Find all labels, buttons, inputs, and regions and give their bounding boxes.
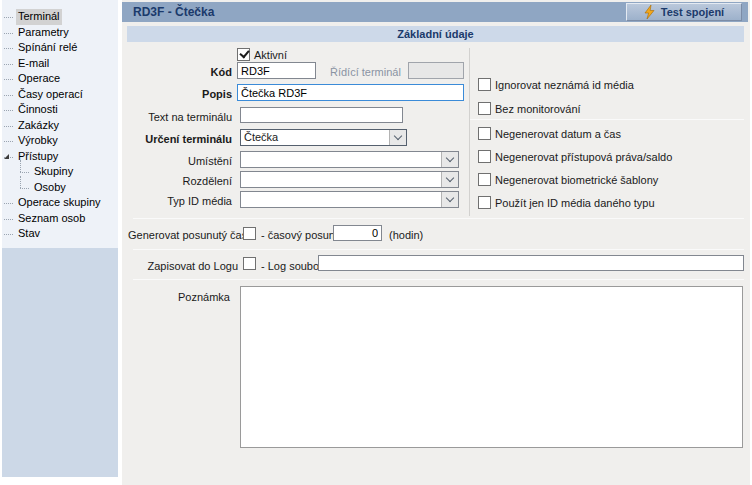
log-soubor-input[interactable] bbox=[318, 255, 744, 271]
urceni-terminalu-select[interactable]: Čtečka bbox=[240, 129, 407, 146]
sidebar-item-label: Osoby bbox=[32, 180, 68, 196]
pouzit-jen-id-label: Použít jen ID média daného typu bbox=[495, 196, 655, 210]
test-connection-button[interactable]: Test spojení bbox=[626, 3, 742, 21]
sidebar-item-parametry[interactable]: Parametry bbox=[2, 25, 118, 41]
rozdeleni-select[interactable] bbox=[240, 171, 459, 188]
sidebar-item-zakazky[interactable]: Zakázky bbox=[2, 118, 118, 134]
poznamka-textarea[interactable] bbox=[240, 286, 743, 448]
ridici-terminal-input[interactable] bbox=[408, 62, 464, 79]
navigation-tree: Terminál Parametry Spínání relé E-mail O… bbox=[2, 0, 118, 248]
chevron-down-icon bbox=[394, 132, 402, 140]
sidebar-item-label: Operace skupiny bbox=[16, 195, 103, 211]
aktivni-checkbox[interactable] bbox=[237, 48, 250, 61]
section-divider bbox=[133, 279, 744, 280]
main-panel: RD3F - Čtečka Test spojení Základní údaj… bbox=[122, 0, 750, 485]
lightning-icon bbox=[644, 5, 655, 19]
sidebar-item-casy-operaci[interactable]: Časy operací bbox=[2, 87, 118, 103]
kod-label: Kód bbox=[142, 65, 232, 79]
header-bar: RD3F - Čtečka Test spojení bbox=[122, 2, 748, 22]
negenerovat-prava-checkbox[interactable] bbox=[478, 150, 491, 163]
negenerovat-sablony-label: Negenerovat biometrické šablony bbox=[495, 173, 658, 187]
sidebar-item-email[interactable]: E-mail bbox=[2, 56, 118, 72]
combo-dropdown-button[interactable] bbox=[441, 192, 458, 207]
sidebar-item-vyrobky[interactable]: Výrobky bbox=[2, 133, 118, 149]
sidebar-item-label: Operace bbox=[16, 71, 62, 87]
section-divider bbox=[133, 249, 744, 250]
casovy-posun-input[interactable] bbox=[333, 225, 382, 241]
application-window: Terminál Parametry Spínání relé E-mail O… bbox=[0, 0, 752, 485]
sidebar-item-label: Výrobky bbox=[16, 133, 60, 149]
section-header: Základní údaje bbox=[127, 26, 744, 42]
rozdeleni-label: Rozdělení bbox=[142, 174, 232, 188]
sidebar-item-stav[interactable]: Stav bbox=[2, 226, 118, 242]
sidebar-item-label: E-mail bbox=[16, 56, 51, 72]
sidebar-item-cinnosti[interactable]: Činnosti bbox=[2, 102, 118, 118]
sidebar-item-label: Parametry bbox=[16, 25, 71, 41]
hodin-unit-label: (hodin) bbox=[389, 228, 423, 242]
sidebar-panel: Terminál Parametry Spínání relé E-mail O… bbox=[2, 0, 118, 477]
log-soubor-label: - Log soubor bbox=[261, 259, 323, 273]
ignorovat-neznama-checkbox[interactable] bbox=[478, 78, 491, 91]
sidebar-item-label: Skupiny bbox=[32, 164, 75, 180]
zapisovat-do-logu-checkbox[interactable] bbox=[243, 257, 256, 270]
sidebar-item-seznam-osob[interactable]: Seznam osob bbox=[2, 211, 118, 227]
popis-input[interactable] bbox=[237, 84, 464, 101]
text-na-terminalu-label: Text na terminálu bbox=[142, 110, 232, 124]
aktivni-label: Aktivní bbox=[254, 48, 287, 62]
ridici-terminal-label: Řídící terminál bbox=[330, 65, 401, 79]
zapisovat-do-logu-label: Zapisovat do Logu bbox=[128, 259, 238, 273]
sidebar-item-label: Stav bbox=[16, 226, 42, 242]
casovy-posun-label: - časový posun bbox=[261, 228, 335, 242]
bez-monitorovani-checkbox[interactable] bbox=[478, 102, 491, 115]
sidebar-item-operace-skupiny[interactable]: Operace skupiny bbox=[2, 195, 118, 211]
sidebar-item-label: Časy operací bbox=[16, 87, 85, 103]
typ-id-media-label: Typ ID média bbox=[142, 194, 232, 208]
kod-input[interactable] bbox=[237, 62, 316, 79]
poznamka-label: Poznámka bbox=[140, 290, 230, 304]
combo-dropdown-button[interactable] bbox=[389, 130, 406, 145]
urceni-terminalu-value: Čtečka bbox=[241, 130, 389, 145]
combo-dropdown-button[interactable] bbox=[441, 172, 458, 187]
ignorovat-neznama-label: Ignorovat neznámá id média bbox=[495, 78, 634, 92]
section-divider bbox=[133, 218, 744, 219]
popis-label: Popis bbox=[142, 87, 232, 101]
page-title: RD3F - Čtečka bbox=[133, 5, 214, 19]
umisteni-label: Umístění bbox=[142, 154, 232, 168]
sidebar-item-spinani-rele[interactable]: Spínání relé bbox=[2, 40, 118, 56]
negenerovat-prava-label: Negenerovat přístupová práva/saldo bbox=[495, 150, 672, 164]
text-na-terminalu-input[interactable] bbox=[240, 107, 403, 123]
bez-monitorovani-label: Bez monitorování bbox=[495, 102, 581, 116]
generovat-posunuty-cas-checkbox[interactable] bbox=[243, 227, 256, 240]
negenerovat-datum-label: Negenerovat datum a čas bbox=[495, 127, 621, 141]
sidebar-item-osoby[interactable]: Osoby bbox=[2, 180, 118, 196]
sidebar-item-label: Spínání relé bbox=[16, 40, 79, 56]
pouzit-jen-id-checkbox[interactable] bbox=[478, 196, 491, 209]
umisteni-select[interactable] bbox=[240, 151, 459, 168]
chevron-down-icon bbox=[446, 154, 454, 162]
sidebar-item-label: Zakázky bbox=[16, 118, 61, 134]
sidebar-item-label: Činnosti bbox=[16, 102, 60, 118]
sidebar-item-label: Přístupy bbox=[16, 149, 60, 165]
urceni-terminalu-label: Určení terminálu bbox=[142, 132, 232, 146]
sidebar-item-label: Terminál bbox=[16, 9, 62, 25]
expand-icon bbox=[4, 154, 9, 159]
typ-id-media-select[interactable] bbox=[240, 191, 459, 208]
sidebar-item-terminal[interactable]: Terminál bbox=[2, 9, 118, 25]
sidebar-item-operace[interactable]: Operace bbox=[2, 71, 118, 87]
sidebar-item-label: Seznam osob bbox=[16, 211, 87, 227]
negenerovat-sablony-checkbox[interactable] bbox=[478, 173, 491, 186]
test-connection-label: Test spojení bbox=[661, 6, 724, 18]
vertical-divider bbox=[469, 48, 470, 216]
chevron-down-icon bbox=[446, 194, 454, 202]
combo-dropdown-button[interactable] bbox=[441, 152, 458, 167]
chevron-down-icon bbox=[446, 174, 454, 182]
negenerovat-datum-checkbox[interactable] bbox=[478, 127, 491, 140]
options-divider bbox=[470, 119, 744, 120]
generovat-posunuty-cas-label: Generovat posunutý čas bbox=[128, 228, 238, 242]
